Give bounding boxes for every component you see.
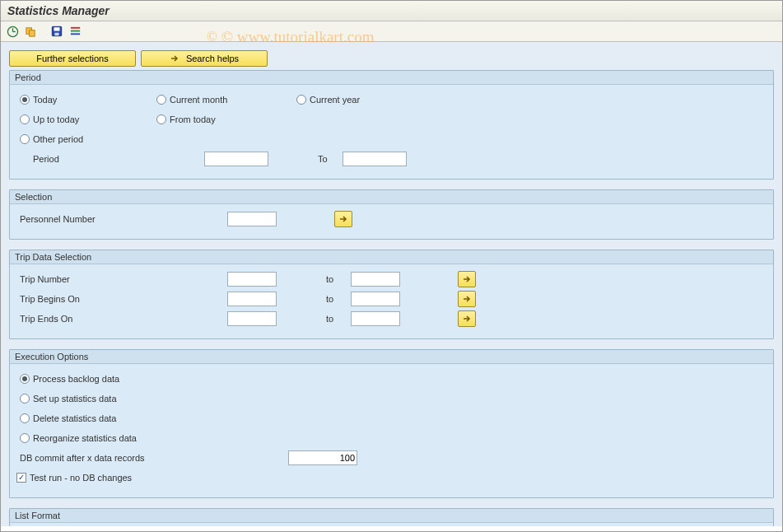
radio-icon (156, 114, 166, 124)
multiple-selection-button[interactable] (334, 211, 352, 227)
group-heading: Execution Options (10, 350, 773, 364)
group-heading: Period (10, 71, 773, 85)
content-area: Further selections Search helps Period T… (1, 42, 782, 526)
group-heading: Trip Data Selection (10, 250, 773, 264)
to-label: to (326, 274, 351, 284)
radio-icon (20, 394, 30, 404)
svg-rect-6 (54, 27, 60, 30)
trip-number-to-input[interactable] (351, 272, 400, 287)
arrow-right-icon (462, 294, 472, 304)
period-from-input[interactable] (204, 152, 268, 166)
radio-from-today[interactable]: From today (156, 114, 296, 124)
to-label: to (326, 314, 351, 324)
period-to-label: To (318, 154, 343, 164)
radio-icon (296, 95, 306, 105)
further-selections-button[interactable]: Further selections (9, 50, 136, 67)
radio-icon (156, 95, 166, 105)
trip-begins-label: Trip Begins On (16, 294, 227, 304)
radio-delete-stats[interactable]: Delete statistics data (16, 410, 767, 427)
trip-number-label: Trip Number (16, 274, 227, 284)
trip-data-group: Trip Data Selection Trip Number to Trip … (9, 250, 774, 339)
trip-ends-label: Trip Ends On (16, 314, 227, 324)
radio-icon (20, 413, 30, 423)
arrow-right-icon (462, 274, 472, 284)
execute-icon[interactable] (6, 25, 19, 38)
period-group: Period Today Current month Current year … (9, 70, 774, 180)
radio-icon (20, 433, 30, 443)
radio-current-year[interactable]: Current year (296, 95, 436, 105)
selection-group: Selection Personnel Number (9, 189, 774, 240)
button-label: Search helps (186, 54, 239, 63)
radio-setup-stats[interactable]: Set up statistics data (16, 390, 767, 407)
save-icon[interactable] (50, 25, 63, 38)
radio-icon (20, 374, 30, 384)
svg-rect-4 (29, 30, 35, 36)
toolbar (1, 21, 782, 42)
execution-options-group: Execution Options Process backlog data S… (9, 349, 774, 498)
list-format-group: List Format Overview (9, 508, 774, 526)
trip-begins-from-input[interactable] (227, 292, 277, 306)
arrow-right-icon (338, 214, 348, 224)
trip-ends-to-input[interactable] (351, 311, 400, 326)
group-heading: List Format (10, 509, 773, 523)
radio-current-month[interactable]: Current month (156, 95, 296, 105)
radio-today[interactable]: Today (16, 95, 156, 105)
personnel-number-input[interactable] (227, 212, 277, 226)
checkbox-icon: ✓ (16, 473, 26, 483)
list-icon[interactable] (68, 25, 82, 38)
personnel-number-label: Personnel Number (16, 214, 227, 224)
top-button-row: Further selections Search helps (9, 50, 774, 67)
db-commit-input[interactable] (288, 450, 357, 465)
multiple-selection-button[interactable] (458, 310, 476, 327)
radio-icon (20, 114, 30, 124)
checkbox-test-run[interactable]: ✓ Test run - no DB changes (16, 469, 767, 486)
radio-other-period[interactable]: Other period (16, 134, 156, 144)
radio-icon (20, 95, 30, 105)
period-to-input[interactable] (343, 152, 407, 166)
svg-rect-7 (54, 33, 58, 36)
trip-number-from-input[interactable] (227, 272, 277, 287)
arrow-right-icon (462, 314, 472, 324)
radio-process-backlog[interactable]: Process backlog data (16, 371, 767, 387)
get-variant-icon[interactable] (24, 25, 37, 38)
period-label: Period (33, 154, 204, 164)
radio-icon (20, 134, 30, 144)
radio-up-to-today[interactable]: Up to today (16, 114, 156, 124)
group-heading: Selection (10, 190, 773, 204)
search-helps-button[interactable]: Search helps (141, 50, 268, 67)
db-commit-label: DB commit after x data records (16, 453, 288, 463)
trip-ends-from-input[interactable] (227, 311, 277, 326)
page-title: Statistics Manager (1, 1, 782, 21)
to-label: to (326, 294, 351, 304)
multiple-selection-button[interactable] (458, 291, 476, 307)
multiple-selection-button[interactable] (458, 271, 476, 287)
arrow-right-icon (170, 54, 179, 63)
radio-reorganize-stats[interactable]: Reorganize statistics data (16, 430, 767, 446)
button-label: Further selections (36, 54, 108, 63)
trip-begins-to-input[interactable] (351, 292, 400, 306)
